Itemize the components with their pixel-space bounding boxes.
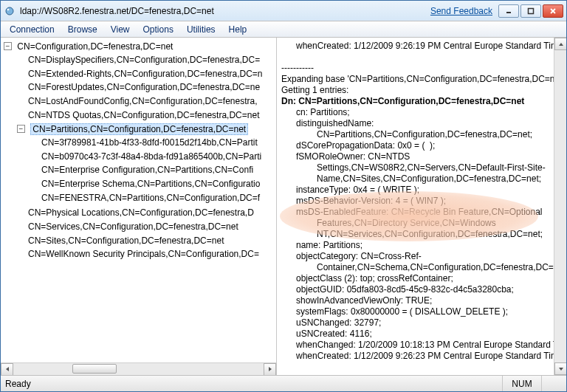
horizontal-scrollbar[interactable] [1, 362, 276, 375]
tree-label[interactable]: CN=NTDS Quotas,CN=Configuration,DC=fenes… [28, 110, 259, 120]
tree-spacer [17, 111, 25, 119]
details-pane[interactable]: whenCreated: 1/12/2009 9:26:19 PM Centra… [277, 38, 554, 375]
maximize-button[interactable] [520, 4, 541, 18]
tree-spacer [30, 138, 38, 146]
menu-options[interactable]: Options [137, 23, 179, 36]
scroll-thumb[interactable] [72, 364, 117, 374]
tree-node[interactable]: CN=ForestUpdates,CN=Configuration,DC=fen… [17, 80, 276, 94]
minimize-button[interactable] [498, 4, 519, 18]
details-line: Container,CN=Schema,CN=Configuration,DC=… [281, 262, 549, 273]
tree-node[interactable]: CN=Physical Locations,CN=Configuration,D… [17, 205, 276, 219]
details-line: objectGUID: 05dfa803-8cd5-45c9-832c-d4c5… [281, 284, 549, 295]
tree-label[interactable]: CN=Services,CN=Configuration,DC=fenestra… [28, 221, 238, 232]
tree-label[interactable]: CN=WellKnown Security Principals,CN=Conf… [28, 249, 259, 259]
svg-marker-9 [559, 368, 563, 371]
tree-node[interactable]: CN=Services,CN=Configuration,DC=fenestra… [17, 219, 276, 233]
tree-label[interactable]: CN=3f789981-41bb-4f33-8dfd-f0015d2f14bb,… [41, 137, 258, 148]
vertical-scrollbar[interactable] [554, 38, 566, 375]
tree-spacer [17, 236, 25, 244]
tree-node[interactable]: CN=Enterprise Configuration,CN=Partition… [30, 162, 276, 176]
details-line [281, 362, 549, 373]
close-button[interactable] [543, 4, 563, 18]
send-feedback-link[interactable]: Send Feedback [430, 6, 492, 16]
details-line: msDS-Behavior-Version: 4 = ( WIN7 ); [281, 196, 549, 207]
menu-utilities[interactable]: Utilities [181, 23, 221, 36]
details-line: Expanding base 'CN=Partitions,CN=Configu… [281, 74, 549, 85]
details-line: name: Partitions; [281, 240, 549, 251]
tree-spacer [30, 180, 38, 188]
details-line: CN=Partitions,CN=Configuration,DC=fenest… [281, 129, 549, 140]
svg-point-0 [6, 7, 13, 15]
svg-marker-6 [6, 367, 9, 371]
tree-label[interactable]: CN=Configuration,DC=fenestra,DC=net [17, 41, 173, 52]
tree-spacer [17, 83, 25, 92]
tree-node[interactable]: CN=Enterprise Schema,CN=Partitions,CN=Co… [30, 176, 276, 190]
details-line: uSNChanged: 32797; [281, 317, 549, 329]
tree-scroll[interactable]: − CN=Configuration,DC=fenestra,DC=net CN… [1, 38, 276, 362]
window-buttons [498, 4, 563, 18]
tree-node[interactable]: CN=3f789981-41bb-4f33-8dfd-f0015d2f14bb,… [30, 135, 276, 149]
tree-node[interactable]: CN=b0970c43-7c3f-48a4-8bda-fd91a865400b,… [30, 149, 276, 163]
details-line: dSCorePropagationData: 0x0 = ( ); [281, 140, 549, 151]
content-area: − CN=Configuration,DC=fenestra,DC=net CN… [1, 38, 566, 375]
tree-spacer [17, 97, 25, 106]
tree-label[interactable]: CN=DisplaySpecifiers,CN=Configuration,DC… [28, 55, 260, 65]
tree-spacer [17, 208, 25, 216]
status-text: Ready [5, 379, 31, 389]
menu-view[interactable]: View [105, 23, 136, 36]
tree-node[interactable]: CN=LostAndFoundConfig,CN=Configuration,D… [17, 94, 276, 108]
tree-label[interactable]: CN=Sites,CN=Configuration,DC=fenestra,DC… [28, 235, 224, 245]
scroll-left-button[interactable] [1, 363, 13, 376]
collapse-icon[interactable]: − [17, 125, 25, 133]
scroll-track[interactable] [13, 363, 264, 376]
tree-spacer [30, 166, 38, 174]
menu-connection[interactable]: Connection [4, 23, 61, 36]
details-line: objectCategory: CN=Cross-Ref- [281, 251, 549, 262]
app-icon [4, 5, 16, 17]
details-line: whenCreated: 1/12/2009 9:26:19 PM Centra… [281, 41, 549, 52]
details-line: Getting 1 entries: [281, 85, 549, 96]
svg-marker-7 [269, 367, 272, 371]
details-line: Settings,CN=WS08R2,CN=Servers,CN=Default… [281, 162, 549, 173]
tree-label[interactable]: CN=b0970c43-7c3f-48a4-8bda-fd91a865400b,… [41, 151, 261, 161]
svg-line-4 [551, 9, 555, 13]
details-line-dn: Dn: CN=Partitions,CN=Configuration,DC=fe… [281, 96, 549, 107]
tree-node[interactable]: CN=NTDS Quotas,CN=Configuration,DC=fenes… [17, 108, 276, 122]
tree-label-selected[interactable]: CN=Partitions,CN=Configuration,DC=fenest… [30, 123, 248, 135]
tree-node[interactable]: CN=Extended-Rights,CN=Configuration,DC=f… [17, 66, 276, 80]
scroll-up-button[interactable] [554, 38, 566, 50]
tree-node[interactable]: CN=DisplaySpecifiers,CN=Configuration,DC… [17, 52, 276, 66]
details-line: whenChanged: 1/20/2009 10:18:13 PM Centr… [281, 340, 549, 351]
scroll-track[interactable] [554, 50, 566, 362]
tree-node-partitions[interactable]: − CN=Partitions,CN=Configuration,DC=fene… [17, 122, 276, 205]
menu-help[interactable]: Help [223, 23, 253, 36]
tree-label[interactable]: CN=Enterprise Schema,CN=Partitions,CN=Co… [41, 179, 260, 189]
svg-point-1 [7, 8, 10, 10]
titlebar: ldap://WS08R2.fenestra.net/DC=fenestra,D… [1, 1, 566, 21]
statusbar: Ready NUM [1, 375, 566, 391]
tree-node[interactable]: CN=WellKnown Security Principals,CN=Conf… [17, 247, 276, 261]
tree-label[interactable]: CN=LostAndFoundConfig,CN=Configuration,D… [28, 96, 258, 106]
tree-spacer [17, 69, 25, 78]
tree-label[interactable]: CN=ForestUpdates,CN=Configuration,DC=fen… [28, 82, 260, 92]
tree-spacer [30, 193, 38, 202]
tree-label[interactable]: CN=FENESTRA,CN=Partitions,CN=Configurati… [41, 193, 260, 203]
tree-node-root[interactable]: − CN=Configuration,DC=fenestra,DC=net CN… [4, 39, 276, 261]
details-line: showInAdvancedViewOnly: TRUE; [281, 295, 549, 306]
menu-browse[interactable]: Browse [62, 23, 103, 36]
scroll-down-button[interactable] [554, 362, 566, 375]
details-line: Name,CN=Sites,CN=Configuration,DC=fenest… [281, 173, 549, 185]
tree-pane: − CN=Configuration,DC=fenestra,DC=net CN… [1, 38, 277, 375]
collapse-icon[interactable]: − [4, 42, 12, 50]
tree-spacer [17, 55, 25, 63]
tree-node[interactable]: CN=Sites,CN=Configuration,DC=fenestra,DC… [17, 233, 276, 247]
svg-marker-8 [559, 43, 563, 46]
scroll-right-button[interactable] [264, 363, 276, 376]
tree-label[interactable]: CN=Enterprise Configuration,CN=Partition… [41, 165, 253, 175]
details-line: systemFlags: 0x80000000 = ( DISALLOW_DEL… [281, 306, 549, 317]
tree-node[interactable]: CN=FENESTRA,CN=Partitions,CN=Configurati… [30, 190, 276, 204]
status-empty [541, 376, 562, 391]
details-wrap: whenCreated: 1/12/2009 9:26:19 PM Centra… [277, 38, 566, 375]
tree-label[interactable]: CN=Physical Locations,CN=Configuration,D… [28, 207, 254, 218]
tree-label[interactable]: CN=Extended-Rights,CN=Configuration,DC=f… [28, 68, 263, 78]
